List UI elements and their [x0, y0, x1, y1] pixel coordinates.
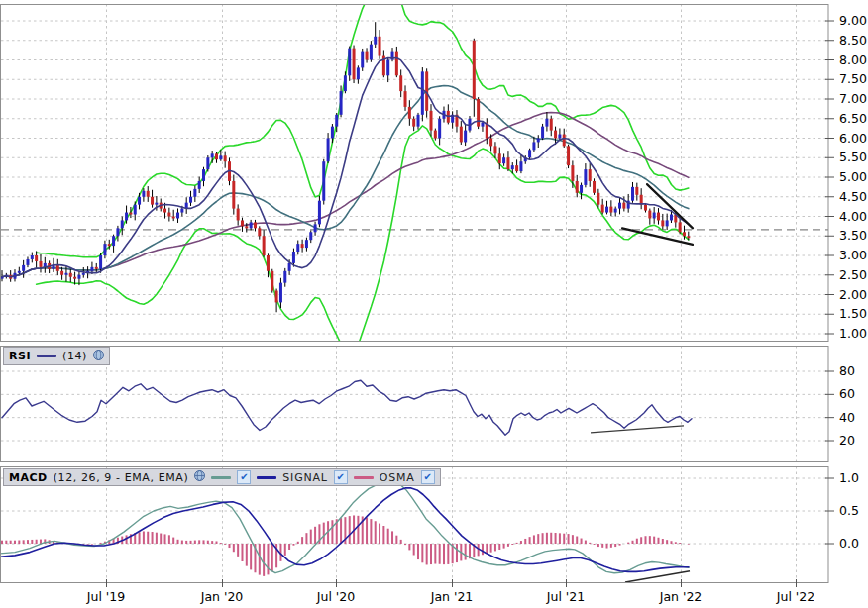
macd-header: MACD (12, 26, 9 - EMA, EMA) ✔ SIGNAL ✔ O… [3, 468, 441, 486]
signal-checkbox[interactable]: ✔ [334, 470, 348, 484]
y-axis-label: 40 [839, 410, 855, 425]
y-axis-label: 8.00 [839, 52, 867, 67]
y-axis-label: 1.0 [839, 470, 859, 485]
y-axis-label: 5.50 [839, 150, 867, 164]
rsi-plot-area[interactable] [1, 346, 829, 462]
y-axis-label: 0.5 [839, 503, 859, 518]
chart-canvas: 9.008.508.007.507.006.506.005.505.004.50… [0, 0, 868, 608]
macd-checkbox[interactable]: ✔ [237, 470, 251, 484]
macd-line-swatch [211, 476, 231, 479]
x-axis-label: Jul '21 [546, 589, 585, 604]
y-axis-label: 8.50 [839, 33, 867, 48]
x-axis-label: Jul '20 [316, 589, 355, 604]
signal-label: SIGNAL [282, 471, 327, 484]
macd-title: MACD [9, 471, 48, 484]
osma-swatch [354, 476, 374, 479]
x-axis-label: Jul '19 [86, 589, 125, 604]
y-axis-label: 5.00 [839, 169, 867, 184]
y-axis-label: 6.00 [839, 131, 867, 146]
y-axis-label: 3.00 [839, 248, 867, 262]
globe-icon[interactable] [93, 350, 104, 363]
y-axis-label: 4.00 [839, 209, 867, 224]
rsi-header: RSI (14) [3, 347, 110, 365]
osma-checkbox[interactable]: ✔ [421, 470, 435, 484]
y-axis-label: 4.50 [839, 189, 867, 204]
y-axis-label: 6.50 [839, 111, 867, 126]
rsi-line-swatch [37, 355, 56, 357]
y-axis-label: 60 [839, 386, 855, 401]
x-axis-label: Jul '22 [776, 589, 814, 604]
stock-chart-app: 9.008.508.007.507.006.506.005.505.004.50… [0, 0, 868, 608]
y-axis-label: 9.00 [839, 13, 867, 28]
y-axis-label: 2.50 [839, 267, 867, 282]
x-axis-label: Jan '20 [200, 589, 244, 604]
y-axis-label: 3.50 [839, 228, 867, 243]
globe-icon[interactable] [194, 470, 205, 484]
y-axis-label: 7.00 [839, 91, 867, 106]
macd-param: (12, 26, 9 - EMA, EMA) [54, 471, 189, 484]
y-axis-label: 1.00 [839, 326, 867, 341]
y-axis-label: 1.50 [839, 306, 867, 321]
osma-label: OSMA [380, 471, 415, 484]
y-axis-label: 20 [839, 433, 855, 448]
y-axis-label: 80 [839, 363, 855, 378]
signal-line-swatch [257, 476, 276, 479]
y-axis-label: 2.00 [839, 287, 867, 302]
y-axis-label: 0.0 [839, 536, 859, 551]
rsi-param: (14) [62, 350, 87, 362]
x-axis-label: Jan '21 [430, 589, 474, 604]
y-axis-label: 7.50 [839, 71, 867, 86]
x-axis-label: Jan '22 [659, 589, 703, 604]
price-plot-area[interactable] [1, 4, 829, 342]
rsi-title: RSI [9, 350, 31, 362]
